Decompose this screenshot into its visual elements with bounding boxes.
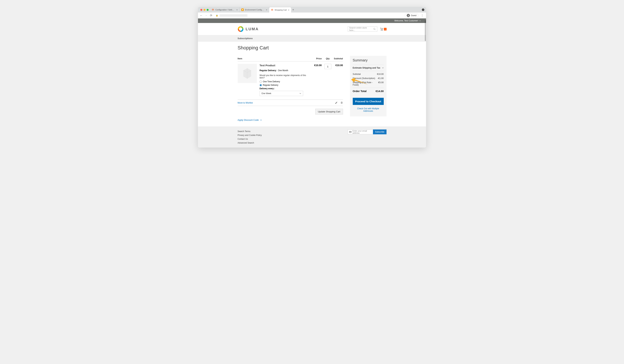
- store-logo[interactable]: LUMA: [238, 26, 259, 32]
- luma-logo-icon: [238, 26, 244, 32]
- col-subtotal: Subtotal: [334, 56, 343, 61]
- close-tab-icon[interactable]: ×: [288, 9, 289, 11]
- summary-title: Summary: [353, 58, 384, 62]
- footer-link[interactable]: Search Terms: [238, 129, 262, 133]
- summary-sidebar: Summary Estimate Shipping and Tax Subtot…: [350, 56, 387, 121]
- new-tab-button[interactable]: +: [291, 8, 295, 11]
- profile-chip[interactable]: Guest: [405, 13, 418, 18]
- window-controls: [200, 9, 210, 11]
- regular-delivery-meta: Regular Delivery: One Month: [260, 69, 311, 72]
- minimize-window-button[interactable]: [204, 9, 206, 11]
- logo-text: LUMA: [246, 27, 259, 31]
- back-button[interactable]: ←: [200, 14, 203, 17]
- browser-tabbar: Configuration / Settings / Store × Envir…: [198, 7, 426, 13]
- search-placeholder: Search entire store here...: [349, 27, 373, 31]
- magento-favicon-icon: [271, 9, 273, 11]
- update-cart-button[interactable]: Update Shopping Cart: [315, 109, 343, 115]
- welcome-dropdown[interactable]: Welcome, Test Customer!: [394, 20, 421, 22]
- chevron-down-icon: [419, 20, 421, 22]
- tab-label: Environment Configuration for: [245, 9, 265, 11]
- newsletter-email-input[interactable]: Enter your email address: [348, 129, 373, 134]
- product-name[interactable]: Test Product: [260, 64, 311, 67]
- remove-item-button[interactable]: [340, 101, 343, 104]
- cart-table: Item Price Qty Subtotal: [238, 56, 343, 96]
- delivery-every-label: Delivery every :: [260, 87, 311, 90]
- col-item: Item: [238, 56, 314, 61]
- tab-label: Shopping Cart: [275, 9, 287, 11]
- close-tab-icon[interactable]: ×: [266, 8, 267, 11]
- reload-button[interactable]: ⟳: [209, 14, 213, 17]
- browser-toolbar: ← → ⟳ 🔒 Guest ⋮: [198, 13, 426, 19]
- trash-icon: [340, 101, 343, 104]
- page-content: Shopping Cart Item Price Qty Subtotal: [198, 42, 426, 126]
- cart-icon: [380, 27, 383, 31]
- item-subtotal: €10.00: [334, 61, 343, 96]
- radio-regular[interactable]: [260, 84, 262, 86]
- option-regular[interactable]: Regular Delivery: [260, 84, 311, 86]
- scrollbar[interactable]: [425, 19, 426, 147]
- move-to-wishlist-link[interactable]: Move to Wishlist: [238, 102, 253, 104]
- scrollbar-thumb[interactable]: [425, 20, 426, 41]
- forward-button[interactable]: →: [205, 14, 208, 17]
- item-actions-row: Move to Wishlist: [238, 99, 343, 106]
- close-tab-icon[interactable]: ×: [236, 8, 238, 11]
- chevron-down-icon: [299, 93, 301, 94]
- radio-one-time[interactable]: [260, 81, 262, 83]
- avatar-icon: [407, 14, 410, 17]
- chevron-down-icon: [260, 119, 262, 121]
- page-viewport: Welcome, Test Customer! LUMA Sea: [198, 19, 426, 147]
- browser-tab-2[interactable]: Shopping Cart ×: [269, 7, 291, 13]
- item-price: €10.00: [314, 61, 322, 96]
- option-one-time[interactable]: One Time Delivery: [260, 80, 311, 83]
- store-header: LUMA Search entire store here... 1: [198, 23, 426, 35]
- qty-input[interactable]: [324, 64, 331, 69]
- product-thumbnail[interactable]: [238, 64, 257, 83]
- svg-point-7: [382, 30, 383, 30]
- cart-item-row: Test Product Regular Delivery: One Month…: [238, 61, 343, 96]
- edit-item-button[interactable]: [335, 101, 338, 104]
- store-topbar: Welcome, Test Customer!: [198, 19, 426, 23]
- search-icon: [373, 28, 376, 30]
- address-bar[interactable]: 🔒: [214, 13, 403, 18]
- footer-link[interactable]: Privacy and Cookie Policy: [238, 133, 262, 137]
- lock-icon: 🔒: [216, 14, 218, 17]
- close-window-button[interactable]: [200, 9, 202, 11]
- minicart-button[interactable]: 1: [380, 27, 387, 31]
- multiple-addresses-link[interactable]: Check Out with Multiple Addresses: [353, 107, 384, 112]
- magento-favicon-icon: [212, 8, 214, 11]
- footer-link[interactable]: Contact Us: [238, 137, 262, 141]
- estimate-shipping-toggle[interactable]: Estimate Shipping and Tax: [353, 65, 384, 71]
- cart-main: Item Price Qty Subtotal: [238, 56, 343, 121]
- store-footer: Search Terms Privacy and Cookie Policy C…: [198, 126, 426, 147]
- nav-subscriptions[interactable]: Subscriptions: [238, 37, 253, 40]
- profile-label: Guest: [411, 14, 416, 17]
- svg-point-2: [408, 15, 409, 16]
- browser-menu-button[interactable]: ⋮: [420, 14, 424, 17]
- envelope-icon: [349, 131, 351, 133]
- main-nav: Subscriptions: [198, 35, 426, 42]
- footer-link[interactable]: Advanced Search: [238, 141, 262, 145]
- search-input[interactable]: Search entire store here...: [348, 26, 377, 32]
- svg-line-5: [375, 29, 375, 30]
- delivery-frequency-select[interactable]: One Week: [260, 91, 303, 96]
- browser-window: Configuration / Settings / Store × Envir…: [198, 7, 426, 147]
- svg-point-6: [381, 30, 382, 30]
- page-title: Shopping Cart: [238, 45, 387, 51]
- placeholder-icon: [242, 67, 253, 79]
- maximize-window-button[interactable]: [207, 9, 208, 11]
- subscription-question: Would you like to receive regular shipme…: [260, 74, 311, 79]
- welcome-text: Welcome, Test Customer!: [394, 20, 418, 22]
- browser-tab-0[interactable]: Configuration / Settings / Store ×: [210, 7, 240, 12]
- summary-line: Subtotal€10.00: [353, 72, 384, 76]
- chevron-down-icon: [382, 67, 384, 69]
- svg-point-1: [242, 9, 243, 10]
- footer-links: Search Terms Privacy and Cookie Policy C…: [238, 129, 262, 145]
- apply-discount-toggle[interactable]: Apply Discount Code: [238, 119, 343, 121]
- tab-label: Configuration / Settings / Store: [215, 9, 235, 11]
- order-total: Order Total €14.00: [353, 88, 384, 94]
- browser-tab-1[interactable]: Environment Configuration for ×: [240, 7, 269, 12]
- collapse-tabs-icon[interactable]: [422, 8, 424, 11]
- proceed-to-checkout-button[interactable]: Proceed to Checkout: [353, 98, 384, 105]
- subscribe-button[interactable]: Subscribe: [373, 129, 386, 134]
- newsletter-form: Enter your email address Subscribe: [348, 129, 386, 145]
